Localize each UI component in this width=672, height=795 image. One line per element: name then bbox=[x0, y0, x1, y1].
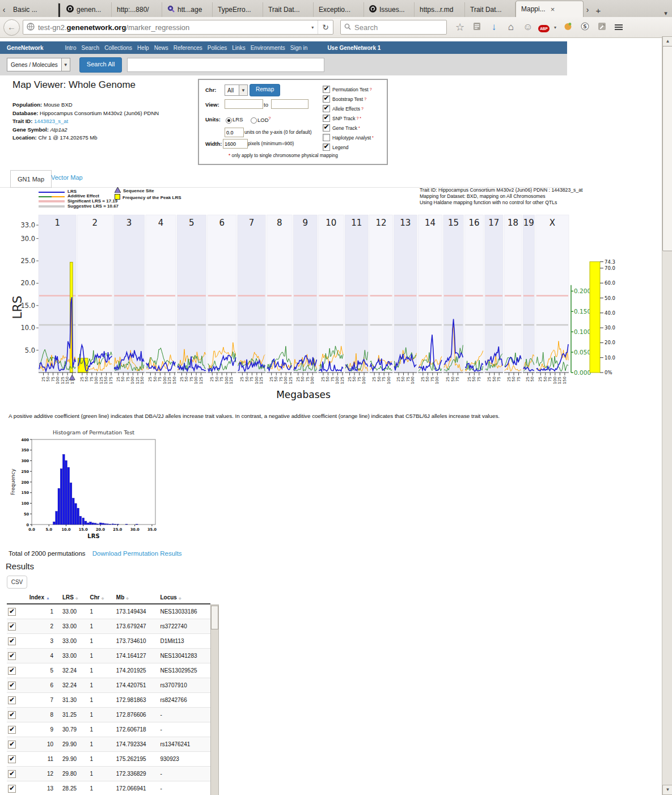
row-checkbox[interactable]: ✔ bbox=[8, 637, 16, 645]
help-marker[interactable]: * bbox=[372, 136, 374, 139]
units-lod-radio[interactable] bbox=[251, 117, 257, 124]
download-permutation-link[interactable]: Download Permutation Results bbox=[92, 550, 182, 557]
tab-vector-map[interactable]: Vector Map bbox=[51, 174, 83, 181]
back-button[interactable]: ← bbox=[3, 19, 20, 36]
whole-genome-lrs-chart[interactable]: LRS5.010.015.020.025.030.033.01234567891… bbox=[0, 211, 624, 407]
edit-addon-icon[interactable] bbox=[593, 22, 610, 33]
tab-scroll-left-button[interactable]: ‹ bbox=[0, 2, 8, 17]
checkbox-snp-track[interactable]: ✔ bbox=[323, 115, 330, 122]
trait-id-link[interactable]: 1443823_s_at bbox=[34, 118, 68, 124]
browser-tab-4[interactable]: htt...age bbox=[162, 2, 213, 17]
tab-close-icon[interactable]: × bbox=[551, 5, 555, 14]
checkbox-haplotype-analyst[interactable] bbox=[323, 134, 330, 141]
sort-icon-chr[interactable]: ◆ bbox=[102, 597, 104, 600]
checkbox-legend[interactable]: ✔ bbox=[323, 143, 330, 151]
use-genenetwork1-link[interactable]: Use GeneNetwork 1 bbox=[327, 45, 381, 51]
browser-tab-6[interactable]: Trait Dat... bbox=[263, 2, 314, 17]
home-icon[interactable]: ⌂ bbox=[502, 22, 519, 33]
units-lrs-radio[interactable] bbox=[226, 117, 232, 124]
all-tabs-dropdown-button[interactable]: ▾ bbox=[660, 10, 672, 17]
column-header-locus[interactable]: Locus◆ bbox=[159, 591, 210, 604]
help-marker[interactable]: ? bbox=[364, 97, 366, 101]
checkbox-gene-track[interactable]: ✔ bbox=[323, 124, 330, 132]
help-marker[interactable]: ? * bbox=[356, 116, 361, 120]
menu-hamburger-icon[interactable] bbox=[610, 23, 627, 31]
sort-icon-lrs[interactable]: ◆ bbox=[75, 597, 78, 600]
browser-tab-3[interactable]: http:...880/ bbox=[112, 2, 162, 17]
nav-link-references[interactable]: References bbox=[174, 45, 202, 51]
row-checkbox[interactable]: ✔ bbox=[8, 785, 16, 793]
browser-tab-1[interactable]: Basic ... bbox=[8, 2, 58, 17]
nav-link-links[interactable]: Links bbox=[232, 45, 245, 51]
orange-addon-icon[interactable] bbox=[559, 22, 576, 33]
search-category-select[interactable]: Genes / Molecules ▼ bbox=[7, 58, 70, 71]
url-text[interactable]: test-gn2.genenetwork.org/marker_regressi… bbox=[38, 23, 307, 32]
nav-link-intro[interactable]: Intro bbox=[65, 45, 76, 51]
column-header-lrs[interactable]: LRS◆ bbox=[61, 591, 88, 604]
adblock-plus-icon[interactable]: ABP bbox=[536, 22, 551, 32]
nav-link-news[interactable]: News bbox=[154, 45, 168, 51]
sort-icon-locus[interactable]: ◆ bbox=[179, 597, 181, 600]
column-header-chr[interactable]: Chr◆ bbox=[88, 591, 115, 604]
browser-tab-9[interactable]: https...r.md bbox=[415, 2, 465, 17]
help-marker[interactable]: ? bbox=[361, 107, 364, 111]
window-scrollbar-thumb[interactable] bbox=[662, 46, 672, 251]
s-addon-icon[interactable]: S bbox=[576, 22, 593, 33]
search-all-button[interactable]: Search All bbox=[79, 57, 122, 73]
row-checkbox[interactable]: ✔ bbox=[8, 711, 16, 719]
row-checkbox[interactable]: ✔ bbox=[8, 608, 16, 616]
row-checkbox[interactable]: ✔ bbox=[8, 755, 16, 763]
global-search-input[interactable] bbox=[127, 58, 324, 72]
chromosome-select[interactable]: All ▼ bbox=[225, 84, 248, 96]
checkbox-allele-effects[interactable]: ✔ bbox=[323, 105, 330, 112]
view-to-input[interactable] bbox=[271, 99, 308, 109]
genenetwork-brand[interactable]: GeneNetwork bbox=[7, 45, 43, 51]
downloads-icon[interactable]: ↓ bbox=[485, 22, 502, 33]
remap-button[interactable]: Remap bbox=[250, 84, 280, 96]
window-scrollbar[interactable]: ▲ ▼ bbox=[662, 36, 672, 795]
bookmarks-sidebar-icon[interactable] bbox=[468, 22, 485, 33]
checkbox-bootstrap-test[interactable]: ✔ bbox=[323, 95, 330, 103]
nav-link-environments[interactable]: Environments bbox=[251, 45, 285, 51]
new-tab-button[interactable]: + bbox=[591, 3, 605, 17]
width-input[interactable] bbox=[223, 139, 248, 149]
browser-tab-10[interactable]: Trait Dat... bbox=[465, 2, 515, 17]
tab-gn1-map[interactable]: GN1 Map bbox=[10, 170, 52, 188]
reload-button[interactable]: ↻ bbox=[318, 20, 333, 34]
browser-tab-11[interactable]: Mappi...× bbox=[515, 1, 584, 17]
row-checkbox[interactable]: ✔ bbox=[8, 623, 16, 631]
row-checkbox[interactable]: ✔ bbox=[8, 652, 16, 660]
checkbox-permutation-test[interactable]: ✔ bbox=[323, 86, 330, 93]
browser-tab-2[interactable]: genen... bbox=[61, 2, 112, 17]
nav-link-policies[interactable]: Policies bbox=[208, 45, 227, 51]
adblock-dropdown-icon[interactable]: ▾ bbox=[551, 25, 559, 30]
url-history-dropdown[interactable]: ▾ bbox=[307, 20, 318, 34]
row-checkbox[interactable]: ✔ bbox=[8, 696, 16, 704]
help-marker[interactable]: * bbox=[358, 126, 360, 130]
nav-link-help[interactable]: Help bbox=[137, 45, 149, 51]
feedback-smiley-icon[interactable]: ☺ bbox=[519, 22, 536, 33]
column-header-index[interactable]: Index▲ bbox=[28, 591, 61, 604]
row-checkbox[interactable]: ✔ bbox=[8, 667, 16, 675]
browser-tab-8[interactable]: Issues... bbox=[364, 2, 415, 17]
y-units-input[interactable] bbox=[225, 128, 244, 137]
view-from-input[interactable] bbox=[225, 99, 263, 109]
scroll-up-button[interactable]: ▲ bbox=[662, 36, 672, 46]
csv-export-button[interactable]: CSV bbox=[7, 576, 27, 589]
tab-scroll-right-button[interactable]: › bbox=[584, 2, 591, 17]
browser-tab-7[interactable]: Exceptio... bbox=[314, 2, 364, 17]
row-checkbox[interactable]: ✔ bbox=[8, 770, 16, 778]
table-scrollbar-thumb[interactable] bbox=[211, 606, 218, 629]
table-scrollbar[interactable] bbox=[210, 604, 219, 795]
nav-link-search[interactable]: Search bbox=[81, 45, 99, 51]
nav-link-sign-in[interactable]: Sign in bbox=[290, 45, 308, 51]
bookmark-star-icon[interactable]: ☆ bbox=[451, 21, 468, 33]
scroll-down-button[interactable]: ▼ bbox=[662, 785, 672, 795]
sort-icon-mb[interactable]: ◆ bbox=[126, 597, 129, 600]
column-header-mb[interactable]: Mb◆ bbox=[115, 591, 159, 604]
nav-link-collections[interactable]: Collections bbox=[104, 45, 132, 51]
search-field[interactable]: Search bbox=[340, 20, 447, 35]
row-checkbox[interactable]: ✔ bbox=[8, 726, 16, 734]
site-identity-globe-icon[interactable] bbox=[23, 23, 38, 32]
row-checkbox[interactable]: ✔ bbox=[8, 741, 16, 749]
